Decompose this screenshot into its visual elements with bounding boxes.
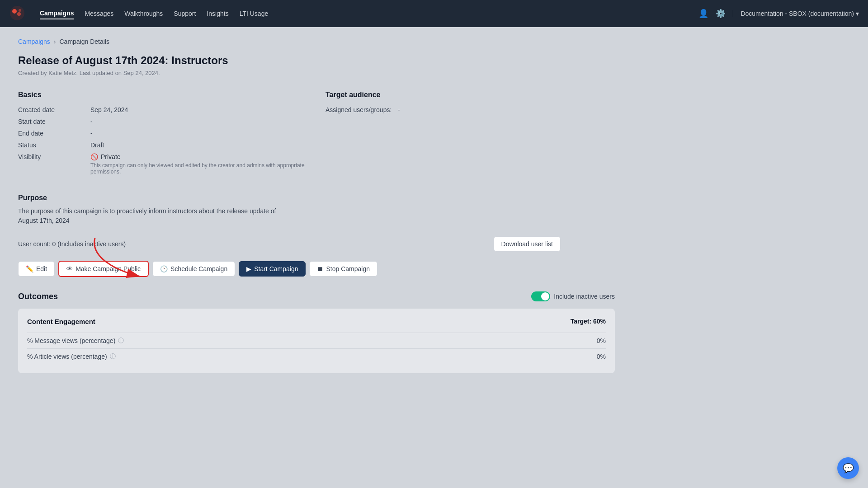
info-icon-1[interactable]: ⓘ: [110, 352, 116, 361]
purpose-section: Purpose The purpose of this campaign is …: [18, 194, 615, 225]
engagement-card: Content Engagement Target: 60% % Message…: [18, 309, 615, 373]
svg-point-0: [10, 6, 24, 20]
status-row: Status Draft: [18, 141, 307, 149]
eye-icon: 👁: [66, 265, 73, 272]
stop-icon: ⏹: [317, 265, 323, 272]
engagement-title: Content Engagement: [27, 318, 95, 325]
engagement-target: Target: 60%: [571, 318, 606, 325]
breadcrumb-current: Campaign Details: [60, 38, 110, 45]
engagement-row-label-0: % Message views (percentage) ⓘ: [27, 337, 124, 345]
nav-support[interactable]: Support: [174, 8, 196, 19]
app-logo: [9, 5, 25, 23]
target-audience-title: Target audience: [326, 91, 615, 99]
nav-campaigns[interactable]: Campaigns: [40, 8, 74, 19]
start-campaign-button[interactable]: ▶ Start Campaign: [239, 261, 306, 277]
start-date-row: Start date -: [18, 118, 307, 125]
nav-links: Campaigns Messages Walkthroughs Support …: [40, 8, 268, 19]
engagement-row-value-0: 0%: [597, 337, 606, 344]
assigned-value: -: [398, 106, 400, 113]
breadcrumb-campaigns-link[interactable]: Campaigns: [18, 38, 50, 45]
end-date-value: -: [90, 130, 93, 137]
engagement-row-1: % Article views (percentage) ⓘ 0%: [27, 348, 606, 364]
target-audience-section: Target audience Assigned users/groups: -: [326, 91, 615, 179]
created-date-value: Sep 24, 2024: [90, 106, 128, 113]
visibility-label: Visibility: [18, 153, 90, 160]
purpose-title: Purpose: [18, 194, 615, 202]
include-inactive-toggle[interactable]: Include inactive users: [531, 291, 615, 301]
nav-messages[interactable]: Messages: [85, 8, 113, 19]
created-date-row: Created date Sep 24, 2024: [18, 106, 307, 113]
engagement-row-label-1: % Article views (percentage) ⓘ: [27, 352, 116, 361]
outcomes-title: Outcomes: [18, 292, 58, 301]
download-user-list-button[interactable]: Download user list: [494, 236, 561, 252]
page-subtitle: Created by Katie Metz. Last updated on S…: [18, 70, 615, 76]
info-icon-0[interactable]: ⓘ: [118, 337, 124, 345]
annotation-arrow: [86, 234, 158, 288]
toggle-knob: [541, 292, 549, 300]
stop-campaign-button[interactable]: ⏹ Stop Campaign: [309, 261, 377, 277]
outcomes-header: Outcomes Include inactive users: [18, 291, 615, 301]
visibility-value: Private: [101, 153, 121, 160]
page-title: Release of August 17th 2024: Instructors: [18, 54, 615, 67]
basics-section: Basics Created date Sep 24, 2024 Start d…: [18, 91, 307, 179]
nav-walkthroughs[interactable]: Walkthroughs: [124, 8, 163, 19]
svg-point-1: [12, 9, 17, 14]
assigned-row: Assigned users/groups: -: [326, 106, 615, 113]
play-icon: ▶: [246, 265, 251, 272]
visibility-icon-row: 🚫 Private: [90, 153, 121, 160]
assigned-label: Assigned users/groups:: [326, 106, 398, 113]
basics-title: Basics: [18, 91, 307, 99]
visibility-row: Visibility 🚫 Private This campaign can o…: [18, 153, 307, 175]
gear-icon[interactable]: ⚙️: [716, 9, 726, 19]
breadcrumb-separator: ›: [54, 38, 56, 45]
edit-icon: ✏️: [26, 265, 33, 272]
engagement-row-0: % Message views (percentage) ⓘ 0%: [27, 333, 606, 348]
purpose-text: The purpose of this campaign is to proac…: [18, 206, 289, 225]
org-selector[interactable]: Documentation - SBOX (documentation) ▾: [733, 10, 859, 17]
navbar: Campaigns Messages Walkthroughs Support …: [0, 0, 868, 27]
main-content: Campaigns › Campaign Details Release of …: [0, 27, 633, 384]
nav-insights[interactable]: Insights: [207, 8, 228, 19]
status-value: Draft: [90, 141, 104, 149]
eye-slash-icon: 🚫: [90, 153, 98, 160]
basics-audience-grid: Basics Created date Sep 24, 2024 Start d…: [18, 91, 615, 179]
user-icon[interactable]: 👤: [698, 9, 708, 19]
svg-point-2: [17, 12, 21, 16]
nav-lti-usage[interactable]: LTI Usage: [240, 8, 269, 19]
visibility-note: This campaign can only be viewed and edi…: [90, 162, 307, 175]
chat-bubble-button[interactable]: 💬: [837, 457, 859, 479]
toggle-label: Include inactive users: [554, 293, 615, 300]
schedule-campaign-button[interactable]: 🕐 Schedule Campaign: [152, 261, 235, 277]
breadcrumb: Campaigns › Campaign Details: [18, 38, 615, 45]
created-date-label: Created date: [18, 106, 90, 113]
engagement-row-value-1: 0%: [597, 353, 606, 360]
start-date-value: -: [90, 118, 93, 125]
svg-point-3: [19, 9, 21, 12]
buttons-area: ✏️ Edit 👁 Make Campaign Public 🕐 Schedul…: [18, 261, 615, 277]
engagement-header: Content Engagement Target: 60%: [27, 318, 606, 325]
clock-icon: 🕐: [160, 265, 168, 272]
chevron-down-icon: ▾: [856, 10, 859, 17]
end-date-label: End date: [18, 130, 90, 137]
end-date-row: End date -: [18, 130, 307, 137]
chat-icon: 💬: [843, 463, 854, 474]
engagement-row-text-1: % Article views (percentage): [27, 353, 107, 360]
start-date-label: Start date: [18, 118, 90, 125]
engagement-row-text-0: % Message views (percentage): [27, 337, 115, 344]
nav-right: 👤 ⚙️ Documentation - SBOX (documentation…: [698, 9, 859, 19]
visibility-value-container: 🚫 Private This campaign can only be view…: [90, 153, 307, 175]
toggle-switch[interactable]: [531, 291, 550, 301]
edit-button[interactable]: ✏️ Edit: [18, 261, 55, 277]
status-label: Status: [18, 141, 90, 149]
